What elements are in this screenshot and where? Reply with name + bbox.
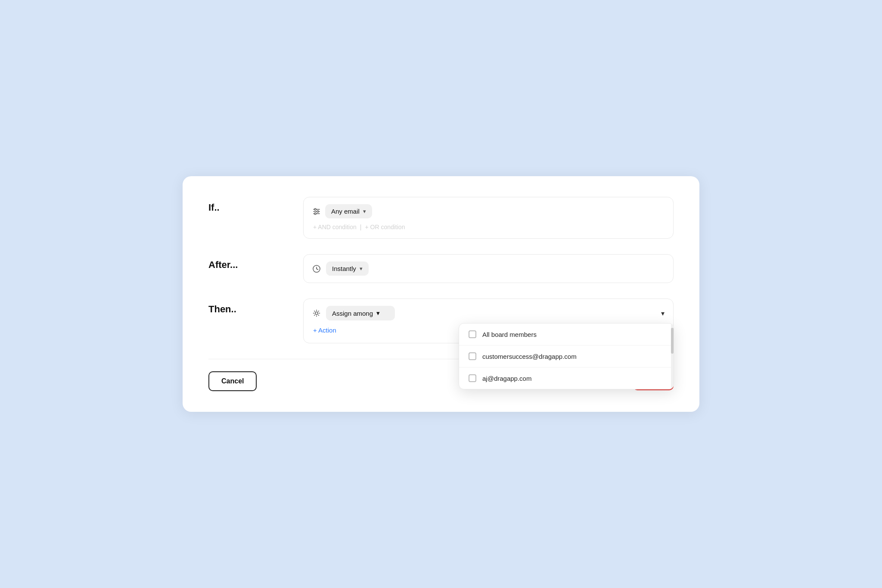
checkbox-all-board-members[interactable] bbox=[469, 330, 476, 338]
popup-item-all-board-members[interactable]: All board members bbox=[459, 324, 674, 345]
if-condition-box: Any email ▾ + AND condition | + OR condi… bbox=[303, 197, 674, 239]
then-right-chevron[interactable]: ▾ bbox=[661, 309, 665, 317]
any-email-chevron: ▾ bbox=[363, 208, 366, 215]
then-box: Assign among ▾ ▾ + Action All board memb… bbox=[303, 299, 674, 343]
assign-dropdown-popup: All board members customersuccess@dragap… bbox=[459, 323, 674, 389]
instantly-label: Instantly bbox=[332, 265, 356, 272]
instantly-dropdown[interactable]: Instantly ▾ bbox=[326, 261, 369, 276]
gear-icon bbox=[312, 309, 321, 317]
instantly-chevron: ▾ bbox=[360, 265, 363, 272]
assign-chevron: ▾ bbox=[376, 309, 380, 317]
after-box: Instantly ▾ bbox=[303, 254, 674, 283]
if-condition-top: Any email ▾ bbox=[312, 204, 665, 218]
if-content: Any email ▾ + AND condition | + OR condi… bbox=[303, 197, 674, 239]
after-content: Instantly ▾ bbox=[303, 254, 674, 283]
any-email-dropdown[interactable]: Any email ▾ bbox=[325, 204, 372, 218]
clock-icon bbox=[312, 264, 321, 273]
or-condition-link[interactable]: + OR condition bbox=[365, 224, 405, 230]
then-label: Then.. bbox=[208, 299, 303, 315]
add-action-link[interactable]: + Action bbox=[313, 327, 336, 334]
svg-point-3 bbox=[314, 208, 316, 210]
all-board-members-label: All board members bbox=[482, 331, 537, 338]
popup-scrollbar-thumb bbox=[671, 328, 674, 354]
svg-point-9 bbox=[315, 312, 318, 314]
then-row: Then.. Assign among ▾ ▾ + A bbox=[208, 299, 674, 343]
then-content: Assign among ▾ ▾ + Action All board memb… bbox=[303, 299, 674, 343]
if-label: If.. bbox=[208, 197, 303, 213]
main-card: If.. Any email bbox=[183, 176, 699, 412]
condition-links: + AND condition | + OR condition bbox=[313, 224, 665, 230]
popup-scrollbar bbox=[671, 324, 674, 389]
if-row: If.. Any email bbox=[208, 197, 674, 239]
checkbox-aj[interactable] bbox=[469, 374, 476, 382]
cancel-button[interactable]: Cancel bbox=[208, 371, 257, 391]
assign-among-label: Assign among bbox=[332, 310, 373, 317]
popup-item-customersuccess[interactable]: customersuccess@dragapp.com bbox=[459, 345, 674, 367]
svg-line-8 bbox=[317, 269, 318, 270]
any-email-label: Any email bbox=[331, 208, 360, 215]
condition-separator: | bbox=[360, 224, 362, 230]
checkbox-customersuccess[interactable] bbox=[469, 352, 476, 360]
svg-point-4 bbox=[317, 211, 319, 212]
popup-item-aj[interactable]: aj@dragapp.com bbox=[459, 367, 674, 389]
customersuccess-label: customersuccess@dragapp.com bbox=[482, 353, 577, 360]
then-top: Assign among ▾ ▾ bbox=[312, 306, 665, 320]
filter-icon bbox=[312, 207, 321, 216]
after-label: After... bbox=[208, 254, 303, 271]
aj-label: aj@dragapp.com bbox=[482, 375, 531, 382]
svg-point-5 bbox=[314, 213, 316, 215]
assign-among-dropdown[interactable]: Assign among ▾ bbox=[326, 306, 395, 320]
and-condition-link[interactable]: + AND condition bbox=[313, 224, 357, 230]
after-row: After... Instantly ▾ bbox=[208, 254, 674, 283]
